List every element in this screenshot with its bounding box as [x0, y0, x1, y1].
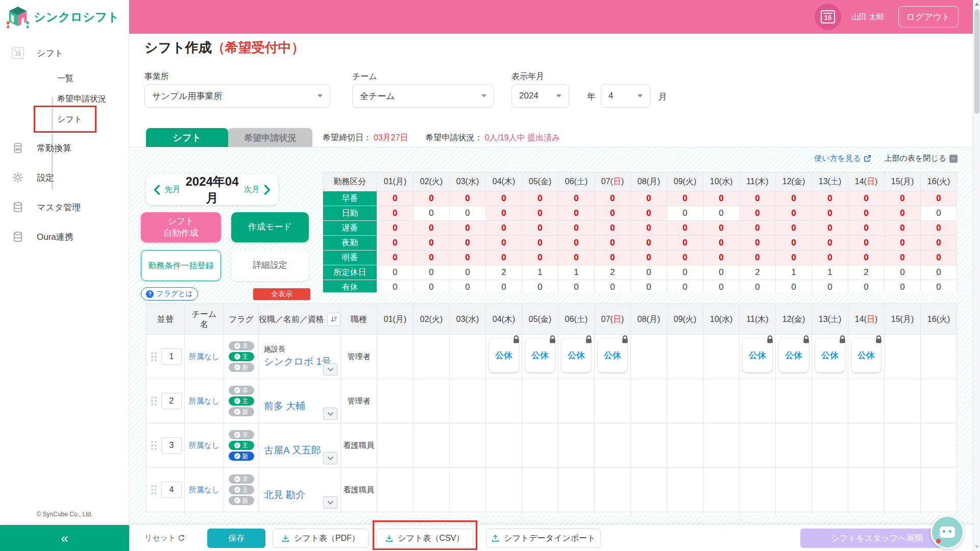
shift-day-cell[interactable]	[631, 512, 667, 515]
shift-day-cell[interactable]	[776, 379, 812, 423]
shift-day-cell[interactable]	[703, 512, 740, 515]
shift-day-cell[interactable]	[885, 423, 921, 468]
shift-day-cell[interactable]	[812, 379, 848, 423]
shift-day-cell[interactable]	[413, 379, 450, 423]
shift-day-cell[interactable]	[740, 379, 776, 423]
scroll-up-arrow-icon[interactable]	[975, 3, 979, 6]
next-month-label[interactable]: 次月	[244, 185, 259, 194]
shift-day-cell[interactable]: 公休	[522, 335, 558, 379]
sidebar-item-7[interactable]: Oura連携	[0, 226, 129, 248]
flag-pill-非[interactable]: 非	[229, 474, 254, 484]
shift-day-cell[interactable]	[667, 423, 703, 468]
shift-day-cell[interactable]	[522, 379, 558, 423]
shift-day-cell[interactable]	[631, 379, 667, 423]
staff-options-dropdown[interactable]	[323, 363, 337, 375]
shift-day-cell[interactable]	[776, 468, 812, 512]
name-sort-button[interactable]	[327, 313, 340, 326]
public-holiday-card[interactable]: 公休	[488, 338, 519, 372]
shift-day-cell[interactable]	[522, 423, 558, 468]
shift-day-cell[interactable]	[486, 468, 522, 512]
shift-day-cell[interactable]	[776, 423, 812, 468]
shift-day-cell[interactable]	[848, 468, 885, 512]
shift-day-cell[interactable]	[703, 423, 740, 468]
shift-day-cell[interactable]	[921, 512, 957, 515]
shift-day-cell[interactable]	[486, 512, 522, 515]
show-all-button[interactable]: 全表示	[253, 288, 310, 300]
shift-day-cell[interactable]	[885, 468, 921, 512]
shift-day-cell[interactable]	[667, 512, 703, 515]
auto-create-button[interactable]: シフト 自動作成	[141, 212, 221, 242]
sidebar-item-sub-2[interactable]: 希望申請状況	[0, 89, 129, 109]
create-mode-button[interactable]: 作成モード	[231, 212, 309, 242]
shift-day-cell[interactable]	[740, 423, 776, 468]
flag-pill-非[interactable]: 非	[229, 386, 254, 395]
shift-day-cell[interactable]	[703, 379, 740, 423]
detail-settings-button[interactable]: 詳細設定	[231, 250, 309, 281]
tab-shift[interactable]: シフト	[146, 128, 228, 147]
public-holiday-card[interactable]: 公休	[851, 338, 881, 372]
flag-pill-新[interactable]: 新	[229, 407, 254, 416]
shift-day-cell[interactable]	[667, 379, 703, 423]
shift-day-cell[interactable]	[703, 335, 740, 379]
import-data-button[interactable]: シフトデータインポート	[486, 529, 601, 548]
order-number-input[interactable]: 1	[161, 348, 182, 365]
shift-day-cell[interactable]	[595, 468, 631, 512]
sidebar-item-0[interactable]: 15シフト	[0, 42, 129, 64]
shift-day-cell[interactable]	[450, 379, 486, 423]
office-select[interactable]: サンプル用事業所	[144, 84, 330, 108]
drag-handle[interactable]	[151, 396, 157, 406]
flag-pill-非[interactable]: 非	[229, 341, 254, 350]
shift-day-cell[interactable]: 公休	[812, 335, 848, 379]
flag-pill-新[interactable]: 新	[229, 363, 254, 372]
shift-day-cell[interactable]	[486, 379, 522, 423]
shift-day-cell[interactable]	[377, 379, 413, 423]
shift-day-cell[interactable]	[558, 423, 595, 468]
howto-link[interactable]: 使い方を見る	[815, 154, 871, 163]
shift-day-cell[interactable]	[740, 512, 776, 515]
team-name-cell[interactable]: 所属なし	[185, 423, 224, 468]
scroll-down-arrow-icon[interactable]	[975, 545, 979, 548]
public-holiday-card[interactable]: 公休	[778, 338, 809, 372]
save-button[interactable]: 保存	[207, 529, 265, 548]
close-top-table-link[interactable]: 上部の表を閉じる	[885, 154, 958, 163]
export-pdf-button[interactable]: シフト表（PDF）	[273, 529, 369, 548]
flag-pill-新[interactable]: 新	[229, 496, 254, 505]
shift-day-cell[interactable]	[776, 512, 812, 515]
staff-options-dropdown[interactable]	[323, 452, 337, 464]
shift-day-cell[interactable]	[377, 512, 413, 515]
shift-day-cell[interactable]	[921, 468, 957, 512]
shift-day-cell[interactable]	[848, 423, 885, 468]
shift-day-cell[interactable]	[921, 379, 957, 423]
team-name-cell[interactable]: 所属なし	[185, 335, 224, 379]
shift-day-cell[interactable]: 公休	[848, 335, 885, 379]
shift-day-cell[interactable]	[595, 379, 631, 423]
team-name-cell[interactable]: 所属なし	[185, 379, 224, 423]
order-number-input[interactable]: 2	[161, 393, 182, 409]
tab-request-status[interactable]: 希望申請状況	[228, 128, 312, 147]
shift-day-cell[interactable]	[631, 423, 667, 468]
shift-day-cell[interactable]	[522, 512, 558, 515]
shift-day-cell[interactable]: 公休	[776, 335, 812, 379]
shift-day-cell[interactable]	[885, 379, 921, 423]
shift-day-cell[interactable]: 公休	[595, 335, 631, 379]
shift-day-cell[interactable]	[848, 512, 885, 515]
shift-day-cell[interactable]	[558, 379, 595, 423]
public-holiday-card[interactable]: 公休	[597, 338, 628, 372]
team-name-cell[interactable]	[185, 512, 224, 515]
sidebar-item-sub-3[interactable]: シフト	[0, 109, 129, 130]
shift-day-cell[interactable]	[377, 335, 413, 379]
export-csv-button[interactable]: シフト表（CSV）	[376, 529, 473, 548]
flag-pill-非[interactable]: 非	[229, 430, 254, 439]
shift-day-cell[interactable]	[558, 512, 595, 515]
flag-help-button[interactable]: フラグとは	[141, 287, 198, 300]
shift-day-cell[interactable]	[413, 512, 450, 515]
sidebar-collapse-button[interactable]: «	[0, 525, 129, 551]
shift-day-cell[interactable]	[885, 335, 921, 379]
shift-day-cell[interactable]	[812, 423, 848, 468]
shift-day-cell[interactable]	[413, 468, 450, 512]
logout-button[interactable]: ログアウト	[898, 6, 959, 28]
sidebar-item-sub-1[interactable]: 一覧	[0, 68, 129, 89]
order-number-input[interactable]: 3	[161, 437, 182, 454]
shift-day-cell[interactable]	[450, 423, 486, 468]
shift-day-cell[interactable]	[740, 468, 776, 512]
